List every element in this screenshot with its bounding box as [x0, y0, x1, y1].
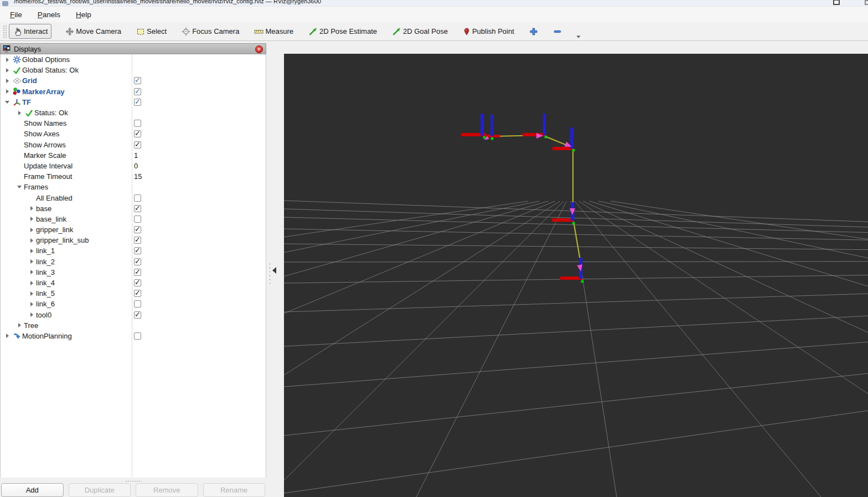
toolbar-drag-handle[interactable] — [3, 25, 7, 38]
duplicate-button[interactable]: Duplicate — [69, 483, 131, 497]
tool-publish-point-button[interactable]: Publish Point — [459, 24, 518, 39]
property-value[interactable]: 0 — [134, 162, 138, 170]
tool-2d-pose-estimate-button[interactable]: 2D Pose Estimate — [304, 24, 381, 39]
checkbox-link-2[interactable]: ✓ — [134, 258, 141, 265]
tree-row-markerarray[interactable]: MarkerArray✓ — [1, 86, 266, 97]
checkbox-show-names[interactable] — [134, 120, 141, 127]
tree-row-motionplanning[interactable]: MotionPlanning — [1, 331, 266, 341]
tool-focus-camera-button[interactable]: Focus Camera — [178, 24, 243, 39]
expand-arrow-icon[interactable] — [27, 302, 36, 306]
tree-row-gripper-link-sub[interactable]: gripper_link_sub✓ — [1, 235, 266, 245]
tree-row-global-options[interactable]: Global Options — [1, 54, 266, 65]
collapse-arrow-icon[interactable] — [3, 101, 12, 104]
tree-resize-handle[interactable] — [0, 479, 266, 483]
checkbox-link-1[interactable]: ✓ — [134, 247, 141, 254]
displays-panel-header[interactable]: Displays ✕ — [0, 43, 266, 54]
checkbox-gripper-link[interactable]: ✓ — [134, 226, 141, 233]
expand-arrow-icon[interactable] — [27, 228, 36, 232]
menu-panels[interactable]: Panels — [32, 8, 66, 21]
tree-row-frames[interactable]: Frames — [1, 182, 266, 192]
tree-row-tree[interactable]: Tree — [1, 320, 266, 331]
tree-row-gripper-link[interactable]: gripper_link✓ — [1, 224, 266, 235]
toolbar-overflow-chevron-icon[interactable] — [576, 30, 581, 40]
tree-row-link-5[interactable]: link_5✓ — [1, 288, 266, 299]
panel-splitter[interactable] — [266, 43, 284, 497]
tree-row-show-arrows[interactable]: Show Arrows✓ — [1, 140, 266, 150]
checkbox-link-5[interactable]: ✓ — [134, 290, 141, 297]
expand-arrow-icon[interactable] — [27, 238, 36, 243]
expand-arrow-icon[interactable] — [27, 249, 36, 253]
property-value[interactable]: 1 — [134, 151, 138, 160]
tree-row-update-interval[interactable]: Update Interval0 — [1, 161, 266, 171]
remove-button[interactable]: Remove — [136, 483, 198, 497]
checkbox-show-axes[interactable]: ✓ — [134, 130, 141, 137]
collapse-arrow-icon[interactable] — [15, 186, 24, 188]
expand-arrow-icon[interactable] — [27, 270, 36, 274]
expand-arrow-icon[interactable] — [3, 68, 12, 73]
tree-row-label: Frames — [24, 183, 48, 191]
tree-row-link-3[interactable]: link_3✓ — [1, 267, 266, 278]
tool-interact-button[interactable]: Interact — [9, 24, 51, 39]
tree-row-tool0[interactable]: tool0✓ — [1, 310, 266, 320]
tree-row-all-enabled[interactable]: All Enabled — [1, 192, 266, 203]
window-title: /home/ros2_test/ws_root/ws_user/install/… — [14, 0, 321, 4]
tool-select-button[interactable]: Select — [132, 24, 170, 39]
checkbox-grid[interactable]: ✓ — [134, 77, 141, 84]
close-panel-icon[interactable]: ✕ — [255, 45, 263, 53]
tree-row-link-6[interactable]: link_6 — [1, 299, 266, 309]
tree-row-base-link[interactable]: base_link — [1, 214, 266, 224]
add-button[interactable]: Add — [1, 483, 64, 497]
tree-row-global-status-ok[interactable]: Global Status: Ok — [1, 65, 266, 75]
tool-remove-tool-minus-button[interactable] — [549, 24, 566, 39]
window-control-icon[interactable] — [865, 0, 868, 5]
checkbox-base[interactable]: ✓ — [134, 205, 141, 212]
tree-row-show-axes[interactable]: Show Axes✓ — [1, 129, 266, 139]
tool-move-camera-button[interactable]: Move Camera — [61, 24, 125, 39]
collapse-panel-button[interactable] — [272, 267, 276, 274]
checkbox-markerarray[interactable]: ✓ — [134, 88, 141, 95]
expand-arrow-icon[interactable] — [3, 58, 12, 62]
menu-file[interactable]: File — [4, 8, 28, 21]
expand-arrow-icon[interactable] — [27, 281, 36, 285]
tree-row-grid[interactable]: Grid✓ — [1, 75, 266, 86]
expand-arrow-icon[interactable] — [27, 217, 36, 221]
menu-help[interactable]: Help — [70, 8, 97, 21]
maximize-icon[interactable] — [833, 0, 840, 5]
expand-arrow-icon[interactable] — [3, 89, 12, 94]
tool-measure-button[interactable]: Measure — [250, 24, 297, 39]
checkbox-tf[interactable]: ✓ — [134, 99, 141, 106]
tree-row-link-4[interactable]: link_4✓ — [1, 278, 266, 288]
expand-arrow-icon[interactable] — [27, 259, 36, 264]
tree-row-link-1[interactable]: link_1✓ — [1, 245, 266, 256]
tree-row-marker-scale[interactable]: Marker Scale1 — [1, 150, 266, 161]
rename-button[interactable]: Rename — [203, 483, 266, 497]
tool-2d-goal-pose-button[interactable]: 2D Goal Pose — [388, 24, 452, 39]
expand-arrow-icon[interactable] — [27, 291, 36, 296]
checkbox-all-enabled[interactable] — [134, 194, 141, 202]
expand-arrow-icon[interactable] — [27, 312, 36, 317]
window-titlebar[interactable]: /home/ros2_test/ws_root/ws_user/install/… — [0, 0, 868, 7]
expand-arrow-icon[interactable] — [15, 111, 24, 115]
checkbox-motionplanning[interactable] — [134, 332, 141, 340]
tree-row-frame-timeout[interactable]: Frame Timeout15 — [1, 171, 266, 182]
tree-row-link-2[interactable]: link_2✓ — [1, 257, 266, 267]
render-viewport-3d[interactable] — [284, 54, 868, 497]
expand-arrow-icon[interactable] — [3, 79, 12, 83]
checkbox-link-3[interactable]: ✓ — [134, 269, 141, 276]
grid-icon — [12, 78, 22, 84]
tree-row-show-names[interactable]: Show Names — [1, 118, 266, 129]
tree-row-status-ok[interactable]: Status: Ok — [1, 107, 266, 118]
expand-arrow-icon[interactable] — [3, 334, 12, 338]
checkbox-show-arrows[interactable]: ✓ — [134, 141, 141, 148]
expand-arrow-icon[interactable] — [15, 323, 24, 327]
checkbox-base-link[interactable] — [134, 216, 141, 223]
tree-row-base[interactable]: base✓ — [1, 203, 266, 214]
expand-arrow-icon[interactable] — [27, 206, 36, 211]
tool-add-tool-plus-button[interactable] — [525, 24, 542, 39]
checkbox-link-4[interactable]: ✓ — [134, 279, 141, 286]
checkbox-tool0[interactable]: ✓ — [134, 311, 141, 319]
checkbox-gripper-link-sub[interactable]: ✓ — [134, 237, 141, 244]
property-value[interactable]: 15 — [134, 172, 142, 181]
checkbox-link-6[interactable] — [134, 300, 141, 308]
tree-row-tf[interactable]: TF✓ — [1, 97, 266, 107]
